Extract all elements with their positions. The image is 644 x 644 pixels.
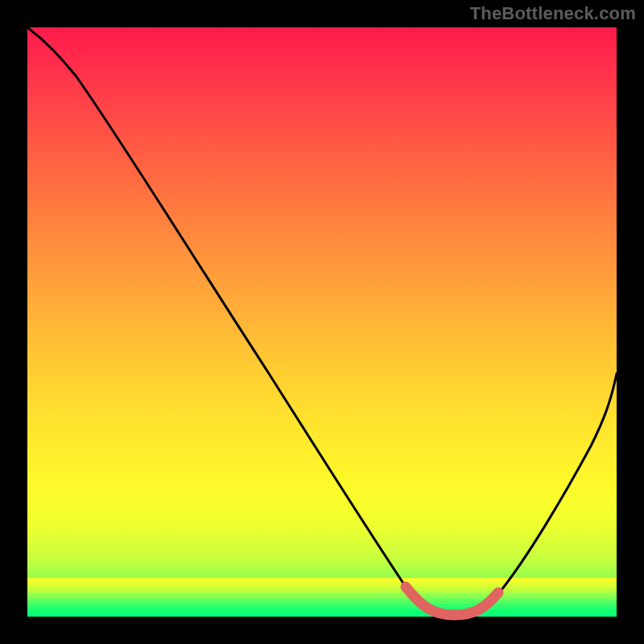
plot-area [27,27,617,617]
curve-svg [27,27,617,617]
bottleneck-curve-line [27,27,617,615]
watermark-text: TheBottleneck.com [470,3,636,24]
highlight-segment [406,587,498,615]
chart-frame: TheBottleneck.com [0,0,644,644]
